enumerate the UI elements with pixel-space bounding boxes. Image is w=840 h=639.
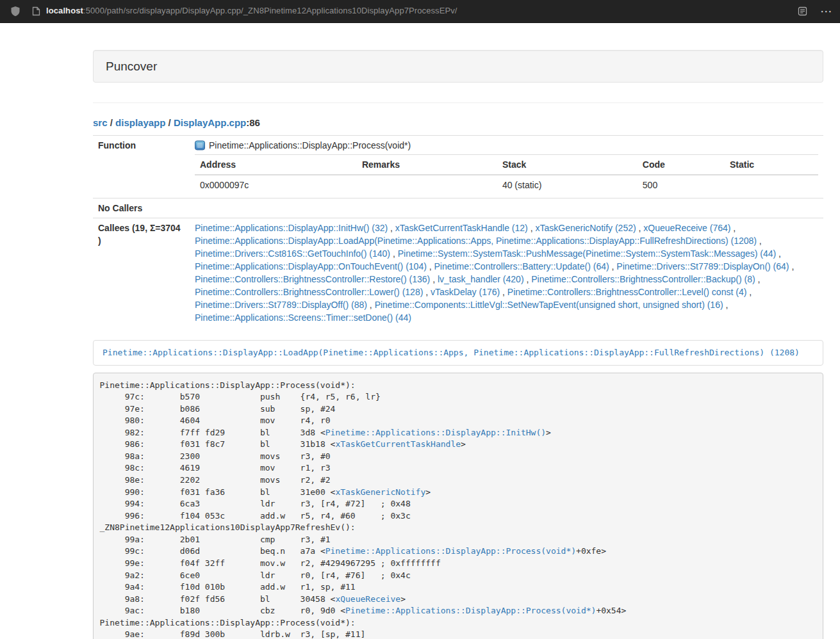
column-header-stack: Stack [497,155,638,175]
column-header-address: Address [195,155,357,175]
column-header-static: Static [725,155,818,175]
function-icon [195,140,205,150]
asm-symbol-link[interactable]: xTaskGenericNotify [335,487,425,497]
callee-link[interactable]: vTaskDelay (176) [431,287,500,297]
callee-link[interactable]: Pinetime::Controllers::BrightnessControl… [195,287,423,297]
no-callers-label: No Callers [93,198,190,218]
no-callers-row: No Callers [93,198,823,218]
url-text: localhost:5000/path/src/displayapp/Displ… [46,5,457,17]
stats-value-row: 0x0000097c 40 (static) 500 [195,175,818,195]
callee-link[interactable]: Pinetime::Components::LittleVgl::SetNewT… [375,300,723,310]
symbol-panel: Pinetime::Applications::DisplayApp::Load… [93,340,823,366]
chrome-actions: ⋯ [798,5,832,17]
breadcrumb-link[interactable]: displayapp [115,117,165,128]
callee-link[interactable]: Pinetime::Applications::Screens::Timer::… [195,312,411,323]
callee-link[interactable]: xTaskGenericNotify (252) [535,223,636,233]
function-name: Pinetime::Applications::DisplayApp::Proc… [209,139,411,152]
breadcrumb-separator: / [165,117,174,128]
callee-link[interactable]: Pinetime::Drivers::St7789::DisplayOff() … [195,300,367,310]
callee-link[interactable]: Pinetime::Controllers::BrightnessControl… [195,274,430,284]
breadcrumb-link[interactable]: src [93,117,108,128]
function-row: Function Pinetime::Applications::Display… [93,136,823,198]
overflow-menu-icon[interactable]: ⋯ [820,5,832,17]
breadcrumb-link[interactable]: DisplayApp.cpp [174,117,246,128]
symbol-panel-link[interactable]: Pinetime::Applications::DisplayApp::Load… [103,348,800,357]
function-stats-table: Address Remarks Stack Code Static 0x0000… [195,154,818,195]
asm-symbol-link[interactable]: xQueueReceive [335,594,400,604]
stack-value: 40 (static) [497,175,638,195]
breadcrumb-line-number: :86 [246,117,260,128]
url-host: localhost [46,6,83,15]
column-header-code: Code [638,155,725,175]
page-icon [32,6,40,16]
browser-chrome: localhost:5000/path/src/displayapp/Displ… [0,0,840,23]
address-value: 0x0000097c [195,175,357,195]
code-value: 500 [638,175,725,195]
divider [93,102,823,103]
callees-label: Callees (19, Σ=3704 ) [93,218,190,328]
function-row-label: Function [93,136,190,198]
callee-link[interactable]: Pinetime::Drivers::Cst816S::GetTouchInfo… [195,248,390,259]
callee-link[interactable]: Pinetime::Drivers::St7789::DisplayOn() (… [616,261,789,271]
callee-link[interactable]: Pinetime::Controllers::BrightnessControl… [507,287,746,297]
stats-header-row: Address Remarks Stack Code Static [195,155,818,175]
url-path: :5000/path/src/displayapp/DisplayApp.cpp… [83,6,457,15]
static-value [725,175,818,195]
callee-link[interactable]: Pinetime::Applications::DisplayApp::Init… [195,223,388,233]
disassembly: Pinetime::Applications::DisplayApp::Proc… [93,373,823,639]
function-table: Function Pinetime::Applications::Display… [93,135,823,327]
shield-icon-svg [10,6,21,17]
app-header-panel: Puncover [93,50,823,83]
asm-symbol-link[interactable]: xTaskGetCurrentTaskHandle [335,439,461,449]
callee-link[interactable]: Pinetime::System::SystemTask::PushMessag… [398,248,777,259]
callee-link[interactable]: xTaskGetCurrentTaskHandle (12) [395,223,528,233]
shield-icon[interactable] [10,6,21,17]
function-name-line: Pinetime::Applications::DisplayApp::Proc… [195,139,818,152]
page-title: Puncover [106,60,811,72]
asm-symbol-link[interactable]: Pinetime::Applications::DisplayApp::Init… [325,428,546,437]
callees-row: Callees (19, Σ=3704 ) Pinetime::Applicat… [93,218,823,328]
callees-list: Pinetime::Applications::DisplayApp::Init… [190,218,823,328]
asm-symbol-link[interactable]: Pinetime::Applications::DisplayApp::Proc… [325,546,576,556]
callee-link[interactable]: Pinetime::Applications::DisplayApp::Load… [195,236,757,246]
callee-link[interactable]: lv_task_handler (420) [438,274,524,284]
callee-link[interactable]: Pinetime::Applications::DisplayApp::OnTo… [195,261,427,271]
callee-link[interactable]: xQueueReceive (764) [643,223,730,233]
page-content: Puncover src / displayapp / DisplayApp.c… [93,50,823,639]
remarks-value [357,175,497,195]
url-bar[interactable]: localhost:5000/path/src/displayapp/Displ… [32,5,789,17]
asm-symbol-link[interactable]: Pinetime::Applications::DisplayApp::Proc… [345,606,596,615]
breadcrumb-separator: / [108,117,116,128]
column-header-remarks: Remarks [357,155,497,175]
callee-link[interactable]: Pinetime::Controllers::BrightnessControl… [531,274,755,284]
reader-view-icon[interactable] [798,6,807,16]
callee-link[interactable]: Pinetime::Controllers::Battery::Update()… [434,261,609,271]
breadcrumb: src / displayapp / DisplayApp.cpp:86 [93,117,823,129]
